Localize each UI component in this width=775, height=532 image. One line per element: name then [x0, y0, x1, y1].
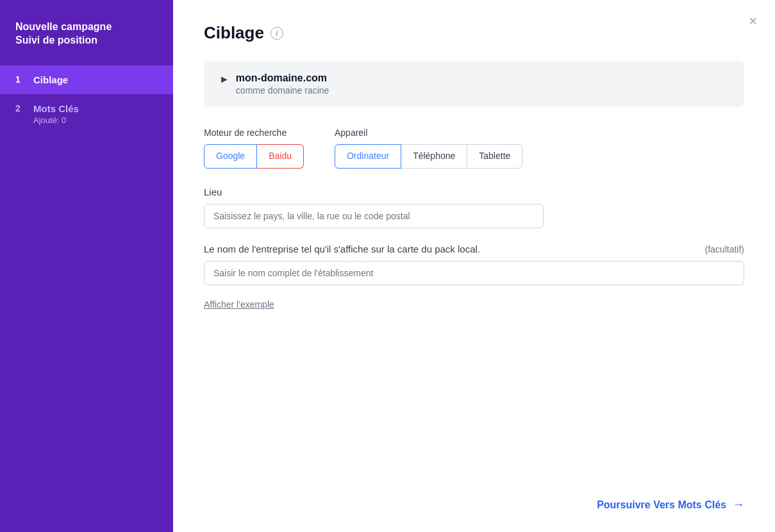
device-label: Appareil: [335, 128, 522, 138]
sidebar-item-mots-cles[interactable]: 2 Mots Clés Ajouté: 0: [0, 94, 173, 134]
entreprise-input[interactable]: [204, 261, 744, 285]
sidebar-nav: 1 Ciblage 2 Mots Clés Ajouté: 0: [0, 65, 173, 134]
device-group: Appareil Ordinateur Téléphone Tablette: [335, 128, 522, 169]
sidebar: Nouvelle campagne Suivi de position 1 Ci…: [0, 0, 173, 532]
sidebar-title-line2: Suivi de position: [15, 34, 158, 47]
domain-sub: comme domaine racine: [236, 85, 329, 96]
page-title: Ciblage i: [204, 23, 744, 43]
entreprise-section: Le nom de l'entreprise tel qu'il s'affic…: [204, 244, 744, 285]
sidebar-item-label-ciblage: Ciblage: [33, 74, 68, 85]
facultatif-label: (facultatif): [705, 244, 744, 254]
next-arrow-icon: →: [733, 498, 744, 511]
afficher-exemple-link[interactable]: Afficher l'exemple: [204, 299, 274, 310]
google-button[interactable]: Google: [204, 144, 257, 169]
domain-card: ► mon-domaine.com comme domaine racine: [204, 61, 744, 107]
lieu-label: Lieu: [204, 187, 744, 197]
sidebar-title-line1: Nouvelle campagne: [15, 21, 158, 34]
ordinateur-button[interactable]: Ordinateur: [335, 144, 401, 169]
lieu-input[interactable]: [204, 204, 544, 228]
footer: Poursuivre Vers Mots Clés →: [173, 478, 775, 532]
sidebar-item-label-mots-cles: Mots Clés: [33, 103, 79, 114]
main-content: × Ciblage i ► mon-domaine.com comme doma…: [173, 0, 775, 532]
next-button[interactable]: Poursuivre Vers Mots Clés →: [597, 493, 744, 517]
device-buttons: Ordinateur Téléphone Tablette: [335, 144, 522, 169]
next-label: Poursuivre Vers Mots Clés: [597, 499, 726, 511]
page-content: Ciblage i ► mon-domaine.com comme domain…: [173, 0, 775, 478]
baidu-button[interactable]: Baidu: [257, 144, 304, 169]
filter-groups-row: Moteur de recherche Google Baidu Apparei…: [204, 128, 744, 169]
entreprise-label: Le nom de l'entreprise tel qu'il s'affic…: [204, 244, 480, 254]
telephone-button[interactable]: Téléphone: [401, 144, 467, 169]
sidebar-title: Nouvelle campagne Suivi de position: [0, 21, 173, 65]
search-engine-group: Moteur de recherche Google Baidu: [204, 128, 304, 169]
page-title-text: Ciblage: [204, 23, 264, 43]
sidebar-item-sub-mots-cles: Ajouté: 0: [33, 115, 79, 125]
sidebar-item-number-2: 2: [15, 103, 26, 113]
domain-name: mon-domaine.com: [236, 72, 329, 84]
sidebar-item-ciblage[interactable]: 1 Ciblage: [0, 65, 173, 94]
lieu-section: Lieu: [204, 187, 744, 228]
search-engine-buttons: Google Baidu: [204, 144, 304, 169]
chevron-right-icon[interactable]: ►: [219, 74, 229, 85]
sidebar-item-number-1: 1: [15, 74, 26, 85]
close-button[interactable]: ×: [746, 12, 760, 31]
search-engine-label: Moteur de recherche: [204, 128, 304, 138]
tablette-button[interactable]: Tablette: [467, 144, 522, 169]
info-icon[interactable]: i: [271, 27, 283, 40]
